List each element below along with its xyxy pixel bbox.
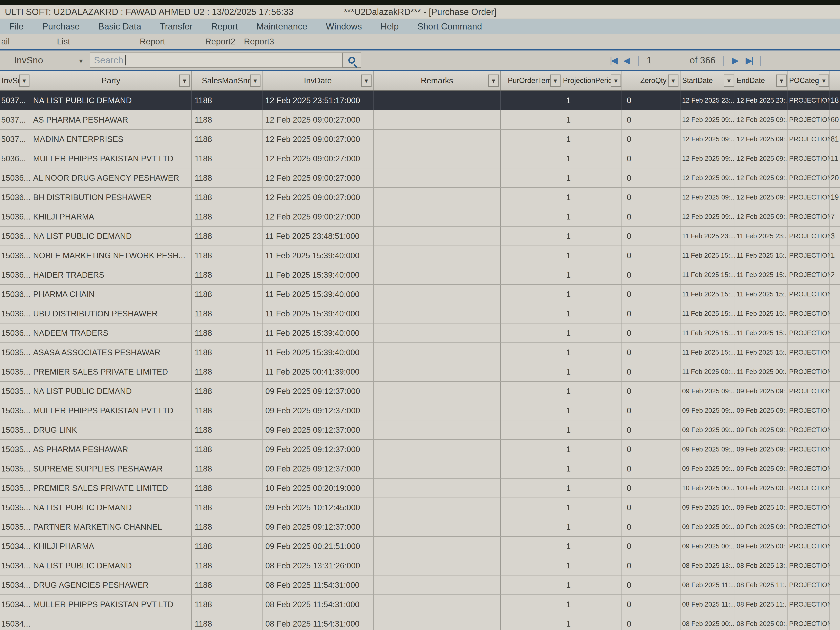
last-record-icon[interactable] — [745, 55, 752, 65]
filter-dropdown-icon[interactable] — [179, 74, 190, 87]
cell-startdate: 09 Feb 2025 09:... — [681, 382, 735, 401]
table-row[interactable]: 15034... DRUG AGENCIES PESHAWER 1188 08 … — [0, 575, 840, 595]
table-row[interactable]: 15036... NA LIST PUBLIC DEMAND 1188 11 F… — [0, 227, 840, 246]
cell-projectionperiod: 1 — [561, 91, 622, 110]
table-row[interactable]: 5037... NA LIST PUBLIC DEMAND 1188 12 Fe… — [0, 91, 840, 110]
cell-zeroqty: 0 — [622, 478, 681, 497]
cell-remarks — [374, 478, 501, 497]
toolbar-item-list[interactable]: List — [57, 37, 70, 46]
menu-item[interactable]: Short Command — [408, 21, 491, 32]
cell-extra — [830, 304, 840, 323]
cell-invsno: 15036... — [0, 207, 30, 226]
cell-party: PREMIER SALES PRIVATE LIMITED — [30, 478, 192, 497]
table-row[interactable]: 15036... NOBLE MARKETING NETWORK PESH...… — [0, 246, 840, 265]
table-row[interactable]: 15034... NA LIST PUBLIC DEMAND 1188 08 F… — [0, 556, 840, 575]
cell-party: PARTNER MARKETING CHANNEL — [30, 517, 192, 536]
column-header-invdate[interactable]: InvDate — [262, 71, 374, 90]
menu-item[interactable]: Report — [202, 21, 247, 32]
menu-item[interactable]: Basic Data — [89, 21, 151, 32]
table-row[interactable]: 15034... KHILJI PHARMA 1188 09 Feb 2025 … — [0, 537, 840, 556]
filter-dropdown-icon[interactable] — [250, 74, 261, 87]
table-row[interactable]: 15035... DRUG LINK 1188 09 Feb 2025 09:1… — [0, 420, 840, 440]
table-row[interactable]: 5036... MULLER PHIPPS PAKISTAN PVT LTD 1… — [0, 149, 840, 168]
column-header-projectionperiod[interactable]: ProjectionPeriod — [561, 71, 622, 90]
cell-pocategory: PROJECTION PE... — [788, 517, 830, 536]
menu-item[interactable]: Maintenance — [247, 21, 317, 32]
first-record-icon[interactable] — [610, 55, 616, 65]
filter-dropdown-icon[interactable] — [819, 74, 829, 87]
column-header-party[interactable]: Party — [30, 71, 192, 90]
column-header-enddate[interactable]: EndDate — [735, 71, 788, 90]
table-row[interactable]: 15034... 1188 08 Feb 2025 11:54:31:000 1… — [0, 614, 840, 630]
column-header-salesmansno[interactable]: SalesManSno — [192, 71, 262, 90]
cell-purorderterm — [501, 459, 561, 478]
cell-party — [30, 614, 192, 630]
toolbar-item-report[interactable]: Report — [140, 37, 165, 46]
filter-dropdown-icon[interactable] — [488, 74, 499, 87]
column-header-purorderterm[interactable]: PurOrderTerm — [501, 71, 561, 90]
previous-record-icon[interactable] — [623, 55, 630, 65]
cell-enddate: 12 Feb 2025 09:... — [735, 149, 788, 168]
cell-party: MULLER PHIPPS PAKISTAN PVT LTD — [30, 149, 192, 168]
menu-item[interactable]: File — [0, 21, 33, 32]
cell-purorderterm — [501, 188, 561, 207]
menu-item[interactable]: Transfer — [151, 21, 202, 32]
toolbar-item-report2[interactable]: Report2 — [205, 37, 235, 46]
cell-invsno: 15035... — [0, 498, 30, 517]
cell-purorderterm — [501, 265, 561, 284]
cell-enddate: 08 Feb 2025 00:... — [735, 614, 788, 630]
table-row[interactable]: 15034... MULLER PHIPPS PAKISTAN PVT LTD … — [0, 595, 840, 614]
table-row[interactable]: 15036... AL NOOR DRUG AGENCY PESHAWER 11… — [0, 168, 840, 188]
cell-purorderterm — [501, 246, 561, 265]
table-row[interactable]: 15035... PREMIER SALES PRIVATE LIMITED 1… — [0, 478, 840, 498]
table-row[interactable]: 15036... HAIDER TRADERS 1188 11 Feb 2025… — [0, 265, 840, 285]
table-row[interactable]: 15036... PHARMA CHAIN 1188 11 Feb 2025 1… — [0, 285, 840, 304]
table-row[interactable]: 15035... MULLER PHIPPS PAKISTAN PVT LTD … — [0, 401, 840, 420]
cell-zeroqty: 0 — [622, 343, 681, 362]
filter-dropdown-icon[interactable] — [19, 74, 30, 87]
filter-dropdown-icon[interactable] — [776, 74, 787, 87]
toolbar-item-detail[interactable]: ail — [1, 37, 10, 46]
table-row[interactable]: 15035... ASASA ASSOCIATES PESHAWAR 1188 … — [0, 343, 840, 362]
toolbar-item-report3[interactable]: Report3 — [244, 37, 274, 46]
menu-item[interactable]: Windows — [317, 21, 371, 32]
search-input[interactable]: Search — [90, 52, 342, 68]
column-header-startdate[interactable]: StartDate — [681, 71, 735, 90]
table-row[interactable]: 15035... NA LIST PUBLIC DEMAND 1188 09 F… — [0, 498, 840, 517]
table-row[interactable]: 15035... SUPREME SUPPLIES PESHAWAR 1188 … — [0, 459, 840, 478]
table-row[interactable]: 15036... BH DISTRIBUTION PESHAWER 1188 1… — [0, 188, 840, 207]
cell-enddate: 11 Feb 2025 15:... — [735, 246, 788, 265]
table-row[interactable]: 5037... MADINA ENTERPRISES 1188 12 Feb 2… — [0, 129, 840, 149]
cell-party: NA LIST PUBLIC DEMAND — [30, 382, 192, 401]
filter-dropdown-icon[interactable] — [611, 74, 621, 87]
table-row[interactable]: 15035... PARTNER MARKETING CHANNEL 1188 … — [0, 517, 840, 537]
filter-dropdown-icon[interactable] — [724, 74, 734, 87]
cell-pocategory: PROJECTION PE... — [788, 343, 830, 362]
cell-enddate: 11 Feb 2025 15:... — [735, 285, 788, 304]
column-header-remarks[interactable]: Remarks — [374, 71, 501, 90]
search-button[interactable] — [342, 52, 361, 68]
filter-dropdown-icon[interactable] — [550, 74, 561, 87]
table-row[interactable]: 15035... AS PHARMA PESHAWAR 1188 09 Feb … — [0, 440, 840, 459]
column-header-extra[interactable] — [830, 71, 840, 90]
table-row[interactable]: 15035... NA LIST PUBLIC DEMAND 1188 09 F… — [0, 382, 840, 401]
table-row[interactable]: 15036... NADEEM TRADERS 1188 11 Feb 2025… — [0, 324, 840, 343]
table-row[interactable]: 5037... AS PHARMA PESHAWAR 1188 12 Feb 2… — [0, 110, 840, 129]
column-header-zeroqty[interactable]: ZeroQty — [622, 71, 681, 90]
table-row[interactable]: 15035... PREMIER SALES PRIVATE LIMITED 1… — [0, 362, 840, 382]
menu-item[interactable]: Purchase — [33, 21, 89, 32]
search-field-selector[interactable]: InvSno — [14, 55, 83, 66]
cell-projectionperiod: 1 — [561, 304, 622, 323]
cell-salesmansno: 1188 — [192, 478, 262, 497]
table-row[interactable]: 15036... UBU DISTRIBUTION PESHAWER 1188 … — [0, 304, 840, 324]
filter-dropdown-icon[interactable] — [668, 74, 679, 87]
column-header-invsno[interactable]: InvSno — [0, 71, 30, 90]
next-record-icon[interactable] — [732, 55, 739, 65]
cell-invsno: 15035... — [0, 382, 30, 401]
cell-invdate: 11 Feb 2025 00:41:39:000 — [262, 362, 374, 381]
filter-dropdown-icon[interactable] — [361, 74, 371, 87]
table-row[interactable]: 15036... KHILJI PHARMA 1188 12 Feb 2025 … — [0, 207, 840, 227]
cell-zeroqty: 0 — [622, 382, 681, 401]
column-header-pocategory[interactable]: POCategory — [788, 71, 830, 90]
menu-item[interactable]: Help — [371, 21, 408, 32]
